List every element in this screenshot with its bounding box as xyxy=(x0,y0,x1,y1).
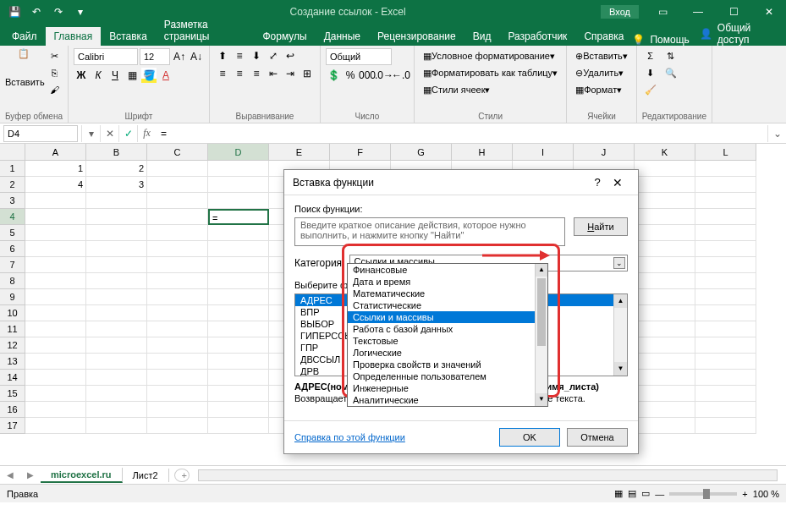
cell[interactable] xyxy=(147,370,208,386)
scroll-up-icon[interactable]: ▲ xyxy=(614,294,627,308)
name-box-dropdown-icon[interactable]: ▾ xyxy=(81,125,100,142)
view-normal-icon[interactable]: ▦ xyxy=(614,488,623,499)
cell[interactable] xyxy=(695,418,756,434)
cell[interactable] xyxy=(208,337,269,354)
cell[interactable] xyxy=(25,354,86,370)
cell[interactable] xyxy=(695,386,756,402)
row-header[interactable]: 5 xyxy=(0,225,25,241)
row-header[interactable]: 8 xyxy=(0,273,25,289)
cell[interactable] xyxy=(147,337,208,354)
cell[interactable] xyxy=(208,305,269,321)
function-list-scrollbar[interactable]: ▲ ▼ xyxy=(613,294,627,376)
dropdown-item[interactable]: Работа с базой данных xyxy=(348,323,547,335)
cell[interactable] xyxy=(208,273,269,289)
dialog-titlebar[interactable]: Вставка функции ? ✕ xyxy=(284,170,638,195)
cell[interactable] xyxy=(208,354,269,370)
cell[interactable] xyxy=(208,177,269,193)
cell[interactable] xyxy=(147,209,208,225)
cell[interactable] xyxy=(695,177,756,193)
chevron-down-icon[interactable]: ⌄ xyxy=(613,257,625,269)
cell[interactable] xyxy=(25,273,86,289)
cell[interactable]: 2 xyxy=(86,161,147,177)
row-header[interactable]: 6 xyxy=(0,241,25,257)
cell-styles-button[interactable]: ▦ Стили ячеек ▾ xyxy=(420,82,561,97)
cell[interactable] xyxy=(25,402,86,418)
cell[interactable] xyxy=(147,289,208,305)
cell[interactable] xyxy=(86,370,147,386)
tab-help[interactable]: Справка xyxy=(575,27,632,46)
dialog-help-icon[interactable]: ? xyxy=(589,176,606,189)
cell[interactable] xyxy=(208,370,269,386)
select-all-button[interactable] xyxy=(0,144,25,161)
autosum-icon[interactable]: Σ xyxy=(642,48,659,63)
italic-button[interactable]: К xyxy=(91,68,106,83)
column-header[interactable]: G xyxy=(391,144,452,161)
ok-button[interactable]: OK xyxy=(499,428,560,447)
scroll-thumb[interactable] xyxy=(537,278,546,346)
cell[interactable] xyxy=(635,161,695,177)
font-size-input[interactable] xyxy=(140,48,170,65)
cell[interactable] xyxy=(25,225,86,241)
cell[interactable] xyxy=(147,225,208,241)
column-header[interactable]: L xyxy=(695,144,756,161)
row-header[interactable]: 17 xyxy=(0,418,25,434)
copy-icon[interactable]: ⎘ xyxy=(46,65,63,80)
view-layout-icon[interactable]: ▤ xyxy=(628,488,636,499)
row-header[interactable]: 13 xyxy=(0,354,25,370)
column-header[interactable]: F xyxy=(330,144,391,161)
cell[interactable] xyxy=(635,209,695,225)
zoom-slider[interactable] xyxy=(669,492,737,496)
cell[interactable] xyxy=(25,418,86,434)
number-format-select[interactable] xyxy=(326,48,392,65)
dropdown-item[interactable]: Логические xyxy=(348,347,547,359)
dropdown-item[interactable]: Математические xyxy=(348,288,547,299)
cell[interactable] xyxy=(208,386,269,402)
cell[interactable] xyxy=(695,337,756,354)
cell[interactable] xyxy=(25,193,86,209)
align-right-icon[interactable]: ≡ xyxy=(249,66,264,81)
formula-expand-icon[interactable]: ⌄ xyxy=(767,125,786,142)
row-header[interactable]: 3 xyxy=(0,193,25,209)
cell[interactable] xyxy=(635,354,695,370)
cell[interactable] xyxy=(25,337,86,354)
cell[interactable] xyxy=(695,305,756,321)
cell[interactable] xyxy=(635,305,695,321)
cell[interactable] xyxy=(147,386,208,402)
login-button[interactable]: Вход xyxy=(601,5,639,19)
fill-color-icon[interactable]: 🪣 xyxy=(141,68,157,83)
category-dropdown[interactable]: ФинансовыеДата и времяМатематическиеСтат… xyxy=(347,263,548,407)
cell[interactable] xyxy=(208,289,269,305)
cell[interactable] xyxy=(695,402,756,418)
insert-cells-button[interactable]: ⊕ Вставить ▾ xyxy=(572,48,631,63)
scroll-down-icon[interactable]: ▼ xyxy=(614,362,627,376)
tab-developer[interactable]: Разработчик xyxy=(499,27,575,46)
minimize-icon[interactable]: — xyxy=(681,0,715,24)
sort-filter-icon[interactable]: ⇅ xyxy=(662,48,679,63)
dropdown-item[interactable]: Проверка свойств и значений xyxy=(348,359,547,370)
font-name-input[interactable] xyxy=(74,48,138,65)
cell[interactable] xyxy=(147,161,208,177)
decrease-font-icon[interactable]: A↓ xyxy=(189,49,204,64)
dropdown-item[interactable]: Дата и время xyxy=(348,276,547,288)
align-left-icon[interactable]: ≡ xyxy=(215,66,230,81)
row-header[interactable]: 2 xyxy=(0,177,25,193)
conditional-formatting-button[interactable]: ▦ Условное форматирование ▾ xyxy=(420,48,561,63)
cell[interactable] xyxy=(147,177,208,193)
bold-button[interactable]: Ж xyxy=(74,68,89,83)
row-header[interactable]: 10 xyxy=(0,305,25,321)
cell[interactable] xyxy=(635,418,695,434)
cell[interactable] xyxy=(25,209,86,225)
view-pagebreak-icon[interactable]: ▭ xyxy=(641,488,650,499)
cell[interactable] xyxy=(86,193,147,209)
tab-review[interactable]: Рецензирование xyxy=(369,27,464,46)
orientation-icon[interactable]: ⤢ xyxy=(266,48,281,63)
column-header[interactable]: H xyxy=(452,144,513,161)
sheet-nav-prev-icon[interactable]: ◀ xyxy=(0,470,20,480)
row-header[interactable]: 12 xyxy=(0,337,25,354)
cell[interactable] xyxy=(147,241,208,257)
tab-view[interactable]: Вид xyxy=(464,27,500,46)
dropdown-item[interactable]: Финансовые xyxy=(348,264,547,276)
merge-icon[interactable]: ⊞ xyxy=(300,66,315,81)
cell[interactable] xyxy=(147,402,208,418)
tab-formulas[interactable]: Формулы xyxy=(254,27,315,46)
